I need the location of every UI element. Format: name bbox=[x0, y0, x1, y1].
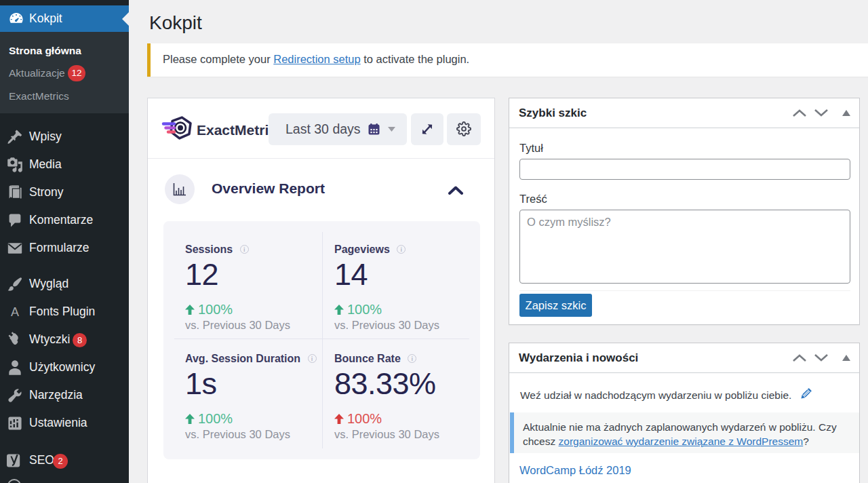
svg-text:A: A bbox=[11, 305, 19, 319]
